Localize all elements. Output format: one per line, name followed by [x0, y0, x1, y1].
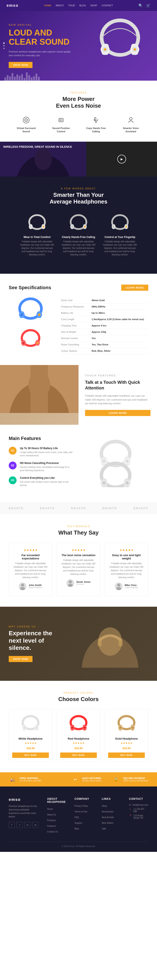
- talk-title: Talk at a Touch With Quick Attention: [85, 379, 151, 391]
- brand-logo-1: envato: [40, 506, 55, 510]
- smarter-card-0: Wear in Total Comfort Foldable design wi…: [20, 214, 54, 256]
- smarter-title: Smarter Than Your Average Headphones: [9, 192, 148, 205]
- footer-link-links-3[interactable]: Best Sellers: [102, 822, 114, 824]
- talk-content: TOUCH FEATURES Talk at a Touch With Quic…: [78, 365, 157, 425]
- footer-link-about-2[interactable]: Products: [47, 819, 56, 822]
- author-name-1: Sarah Jones: [76, 581, 90, 583]
- stars-2: ★★★★★: [109, 548, 144, 552]
- svg-point-91: [35, 727, 38, 729]
- hero-dot-3[interactable]: [3, 48, 5, 49]
- talk-learn-more-button[interactable]: LEARN MORE: [85, 410, 151, 416]
- buy-button-2[interactable]: BUY NOW: [108, 752, 145, 758]
- feature-item-2: 03 Control Everything you Like Full cont…: [9, 476, 74, 487]
- talk-img: [0, 365, 78, 425]
- main-features-section: Main Features 01 Up To 30 Hours Of Batte…: [0, 425, 157, 502]
- footer-col-links: Links Shop Accessories New Arrivals Best…: [102, 797, 120, 835]
- nav-home[interactable]: Home: [44, 4, 51, 7]
- hero-bars: [0, 72, 157, 81]
- feature-hands-free: Copy Hands Free Calling: [83, 116, 109, 133]
- feature-title-2: Control Everything you Like: [20, 476, 74, 479]
- footer-link-company-1[interactable]: Terms of Use: [75, 810, 87, 813]
- testimonials-section: TESTIMONIALS What They Say ★★★★★ Far exc…: [0, 514, 157, 607]
- twitter-icon[interactable]: t: [16, 822, 23, 828]
- hero-subtitle: NEW ARRIVAL: [9, 24, 74, 26]
- svg-point-55: [37, 342, 38, 344]
- play-button[interactable]: ▶: [117, 155, 126, 164]
- hero-dot-2[interactable]: [3, 45, 5, 46]
- footer-link-company-2[interactable]: FAQ: [75, 816, 79, 819]
- svg-point-49: [21, 313, 23, 316]
- feature-text-2: Control Everything you Like Full control…: [20, 476, 74, 487]
- spec-row-6: Remote Control Yes: [61, 335, 148, 342]
- wireless-banner-left: WIRELESS FREEDOM, GREAT SOUND IN SILENCE: [0, 142, 87, 177]
- footer-link-about-3[interactable]: Features: [47, 825, 56, 827]
- svg-point-42: [113, 226, 114, 228]
- author-info-2: Mike Chen Audio Engineer: [125, 584, 138, 589]
- svg-point-56: [22, 342, 25, 344]
- wireless-banner: WIRELESS FREEDOM, GREAT SOUND IN SILENCE…: [0, 142, 157, 177]
- red-headphone-img: [66, 715, 91, 734]
- hero-cta-button[interactable]: SHOP NOW: [9, 62, 32, 68]
- footer-link-company-3[interactable]: Support: [75, 822, 82, 824]
- buy-button-0[interactable]: BUY NOW: [12, 752, 49, 758]
- hero-dot-1[interactable]: [3, 43, 5, 44]
- youtube-icon[interactable]: yt: [32, 822, 38, 828]
- smarter-section: A FEW WORDS ABOUT Smarter Than Your Aver…: [0, 177, 157, 274]
- footer-social: f t in yt: [9, 822, 38, 828]
- footer-link-links-2[interactable]: New Arrivals: [102, 816, 114, 819]
- nav-tour[interactable]: Tour: [68, 4, 75, 7]
- footer-link-about-0[interactable]: Home: [47, 808, 53, 810]
- footer-col-title-1: Company: [75, 797, 93, 800]
- brand-logo-3: envato: [102, 506, 117, 510]
- talk-section: TOUCH FEATURES Talk at a Touch With Quic…: [0, 365, 157, 425]
- main-features-title: Main Features: [9, 436, 74, 441]
- footer-link-links-1[interactable]: Accessories: [102, 810, 114, 813]
- footer-brand-col: emso Premium headphones for the discerni…: [9, 797, 38, 835]
- feature-number-2: 03: [9, 476, 16, 484]
- footer-link-about-4[interactable]: Contact Us: [47, 830, 58, 833]
- stars-1: ★★★★★: [61, 548, 96, 552]
- svg-point-66: [126, 460, 129, 463]
- spec-row-3: Cord Length 1.0m/Approx 3.2ft (3.5mm cab…: [61, 316, 148, 323]
- search-icon[interactable]: 🔍: [138, 3, 143, 8]
- header-icons: 🔍 🛒: [138, 3, 151, 8]
- main-nav: Home About Tour Blog Shop Contact: [44, 4, 113, 7]
- footer-logo: emso: [9, 797, 38, 802]
- spec-row-8: Colour Options Red, Blue, Silver: [61, 348, 148, 354]
- smarter-card-desc-0: Foldable design with adjustable headband…: [20, 240, 54, 256]
- footer-contact-phone: 📞 +1 234 567 890: [129, 808, 148, 813]
- facebook-icon[interactable]: f: [9, 822, 15, 828]
- hero-dots: [3, 43, 5, 49]
- svg-point-90: [23, 727, 26, 729]
- feature-voice-assistant: Smarter Voice Assistant: [118, 116, 144, 133]
- nav-contact[interactable]: Contact: [102, 4, 113, 7]
- specs-learn-more-button[interactable]: LEARN MORE: [121, 285, 148, 291]
- buy-button-1[interactable]: BUY NOW: [60, 752, 97, 758]
- experience-shop-button[interactable]: SHOP NOW: [9, 656, 32, 662]
- logo[interactable]: emso: [6, 3, 19, 8]
- nav-about[interactable]: About: [56, 4, 64, 7]
- phone-icon: 📞: [129, 808, 132, 813]
- spec-row-4: Charging Time Approx 4 hrs: [61, 323, 148, 329]
- footer-link-links-4[interactable]: Sale: [102, 827, 106, 830]
- footer-link-company-4[interactable]: Blog: [75, 827, 79, 830]
- cart-icon[interactable]: 🛒: [146, 3, 151, 8]
- feature-number-1: 02: [9, 461, 16, 469]
- footer-bottom: © 2024 Emso. All Rights Reserved.: [9, 842, 148, 848]
- cta-right-items: ↩ EASY RETURNS 30 day return policy 🔒 SE…: [72, 776, 148, 783]
- spec-label-3: Cord Length: [61, 318, 91, 321]
- color-card-white: White Headphone ★★★★★ $49.99 BUY NOW: [9, 709, 52, 761]
- nav-shop[interactable]: Shop: [90, 4, 97, 7]
- nav-blog[interactable]: Blog: [79, 4, 86, 7]
- footer-link-company-0[interactable]: Privacy Policy: [75, 805, 88, 807]
- cta-text-0: FREE SHIPPING On all orders over $99: [20, 777, 41, 782]
- smarter-headphone-img-1: [66, 214, 91, 233]
- footer-link-about-1[interactable]: About Us: [47, 813, 56, 816]
- feature-item-0: 01 Up To 30 Hours Of Battery Life Longer…: [9, 447, 74, 457]
- footer-link-links-0[interactable]: Shop: [102, 805, 107, 807]
- instagram-icon[interactable]: in: [24, 822, 30, 828]
- header: emso Home About Tour Blog Shop Contact 🔍…: [0, 0, 157, 11]
- svg-point-74: [103, 481, 106, 484]
- spec-label-0: Driver Unit: [61, 299, 91, 302]
- author-role-1: DJ Artist: [76, 583, 90, 585]
